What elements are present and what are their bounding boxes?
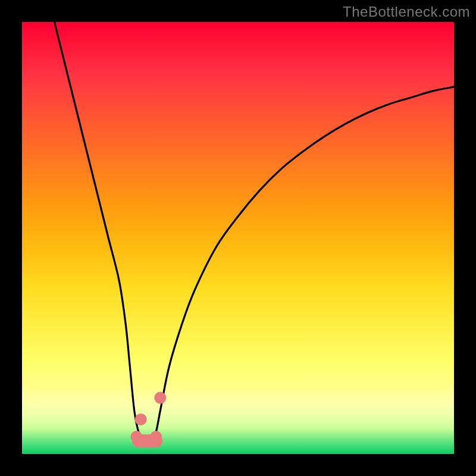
- watermark-text: TheBottleneck.com: [343, 4, 470, 20]
- plot-area: [22, 22, 454, 454]
- chart-frame: TheBottleneck.com: [0, 0, 476, 476]
